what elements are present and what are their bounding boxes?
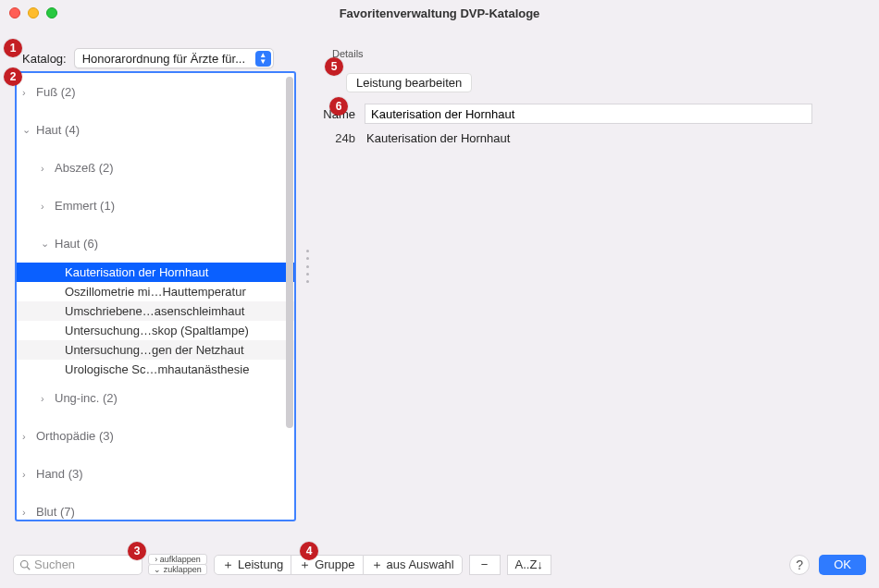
chevron-right-icon: › (22, 431, 31, 442)
chevron-right-icon: › (41, 201, 50, 212)
ok-button[interactable]: OK (819, 555, 866, 575)
annotation-1: 1 (4, 39, 22, 57)
name-input[interactable] (365, 104, 812, 124)
tree-subgroup-unginc[interactable]: ›Ung-inc. (2) (17, 379, 294, 417)
edit-leistung-button[interactable]: Leistung bearbeiten (346, 73, 472, 92)
add-leistung-button[interactable]: ＋Leistung (214, 555, 291, 575)
add-auswahl-button[interactable]: ＋aus Auswahl (363, 555, 463, 575)
tree-group-label: Fuß (2) (36, 85, 76, 99)
chevron-right-icon: › (22, 469, 31, 480)
annotation-2: 2 (4, 67, 22, 86)
tree-group-haut[interactable]: ⌄Haut (4) (17, 111, 294, 149)
tree-group-fuss[interactable]: ›Fuß (2) (17, 73, 294, 111)
titlebar: Favoritenverwaltung DVP-Kataloge (0, 0, 879, 26)
katalog-select-value: Honorarordnung für Ärzte für... (82, 52, 245, 66)
tree-subgroup-abszess[interactable]: ›Abszeß (2) (17, 149, 294, 187)
chevron-right-icon: › (22, 87, 31, 98)
search-input[interactable]: Suchen (13, 555, 142, 575)
tree-subgroup-label: Ung-inc. (2) (55, 391, 118, 405)
close-icon[interactable] (9, 7, 20, 18)
annotation-4: 4 (300, 542, 318, 560)
tree[interactable]: ›Fuß (2) ⌄Haut (4) ›Abszeß (2) ›Emmert (… (15, 71, 296, 521)
details-panel: Leistung bearbeiten Name 24b Kauterisati… (315, 71, 870, 521)
tree-leaf-urologische[interactable]: Urologische Sc…mhautanästhesie (17, 360, 294, 379)
tree-group-orthopaedie[interactable]: ›Orthopädie (3) (17, 417, 294, 455)
tree-leaf-oszillometrie[interactable]: Oszillometrie mi…Hauttemperatur (17, 282, 294, 301)
tree-group-label: Orthopädie (3) (36, 429, 114, 443)
zoom-icon[interactable] (46, 7, 57, 18)
detail-code: 24b (318, 131, 355, 145)
tree-subgroup-haut6[interactable]: ⌄Haut (6) (17, 225, 294, 263)
tree-subgroup-emmert[interactable]: ›Emmert (1) (17, 187, 294, 225)
split-handle[interactable] (304, 250, 310, 283)
search-placeholder: Suchen (34, 557, 75, 571)
annotation-5: 5 (325, 57, 343, 76)
minimize-icon[interactable] (28, 7, 39, 18)
chevron-updown-icon: ▲▼ (255, 51, 271, 67)
tree-group-label: Hand (3) (36, 467, 83, 481)
remove-button[interactable]: − (469, 555, 501, 575)
tree-leaf-kauterisation[interactable]: Kauterisation der Hornhaut (17, 263, 294, 282)
annotation-6: 6 (329, 97, 348, 116)
chevron-down-icon: ⌄ (41, 238, 50, 250)
collapse-all-button[interactable]: ⌄ zuklappen (148, 564, 207, 575)
tree-subgroup-label: Abszeß (2) (55, 161, 114, 175)
help-button[interactable]: ? (789, 555, 810, 575)
tree-leaf-spaltlampe[interactable]: Untersuchung…skop (Spaltlampe) (17, 321, 294, 340)
window-controls (9, 7, 57, 18)
tree-leaf-umschriebene[interactable]: Umschriebene…asenschleimhaut (17, 301, 294, 321)
plus-icon: ＋ (371, 557, 383, 573)
svg-line-1 (27, 567, 30, 570)
sort-button[interactable]: A..Z↓ (507, 555, 551, 575)
tree-scrollbar[interactable] (286, 75, 293, 518)
chevron-right-icon: › (41, 393, 50, 404)
plus-icon: ＋ (222, 557, 234, 573)
chevron-down-icon: ⌄ (22, 124, 31, 136)
tree-group-label: Haut (4) (36, 123, 80, 137)
tree-group-blut[interactable]: ›Blut (7) (17, 493, 294, 520)
tree-group-label: Blut (7) (36, 505, 75, 519)
katalog-label: Katalog: (22, 52, 67, 66)
window-title: Favoritenverwaltung DVP-Kataloge (340, 6, 540, 20)
tree-leaf-netzhaut[interactable]: Untersuchung…gen der Netzhaut (17, 340, 294, 360)
tree-group-hand[interactable]: ›Hand (3) (17, 455, 294, 493)
svg-point-0 (21, 560, 29, 568)
tree-subgroup-label: Emmert (1) (55, 199, 115, 213)
search-icon (19, 559, 31, 570)
annotation-3: 3 (128, 542, 146, 560)
chevron-right-icon: › (41, 163, 50, 174)
tree-subgroup-label: Haut (6) (55, 237, 98, 251)
detail-text: Kauterisation der Hornhaut (366, 131, 510, 145)
chevron-right-icon: › (22, 507, 31, 518)
katalog-row: Katalog: Honorarordnung für Ärzte für...… (22, 48, 304, 68)
katalog-select[interactable]: Honorarordnung für Ärzte für... ▲▼ (74, 48, 274, 68)
